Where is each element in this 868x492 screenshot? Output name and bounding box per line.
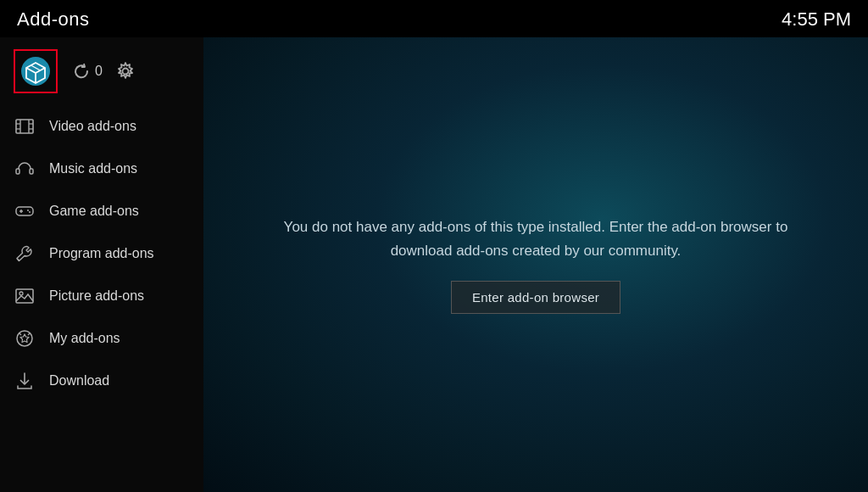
picture-icon [14,285,36,307]
sidebar-item-video-addons-label: Video add-ons [49,119,136,134]
sidebar-item-game-addons-label: Game add-ons [49,204,139,219]
refresh-button[interactable]: 0 [73,63,103,80]
sidebar-item-my-addons[interactable]: My add-ons [0,317,203,360]
header: Add-ons 4:55 PM [0,0,868,37]
addon-box-icon-wrapper[interactable] [14,49,58,93]
svg-point-17 [29,211,31,213]
svg-point-21 [17,331,32,346]
empty-state-message: You do not have any add-ons of this type… [264,215,807,261]
svg-point-20 [19,292,23,295]
headphones-icon [14,158,36,180]
refresh-count: 0 [95,64,103,79]
sidebar-nav: Video add-ons Music add-ons [0,105,203,492]
sidebar-item-download-label: Download [49,373,109,389]
settings-button[interactable] [116,62,135,81]
content-inner: You do not have any add-ons of this type… [264,215,807,313]
addon-box-icon [21,57,50,86]
my-addons-icon [14,327,36,349]
sidebar-item-music-addons-label: Music add-ons [49,161,137,176]
content-area: You do not have any add-ons of this type… [203,37,868,492]
wrench-icon [14,243,36,265]
sidebar-top-actions: 0 [73,62,135,81]
svg-rect-4 [16,120,33,133]
sidebar-item-game-addons[interactable]: Game add-ons [0,190,203,232]
sidebar-item-program-addons-label: Program add-ons [49,246,154,261]
download-icon [14,370,36,392]
sidebar-item-download[interactable]: Download [0,360,203,402]
sidebar-item-picture-addons-label: Picture add-ons [49,288,144,304]
sidebar-item-video-addons[interactable]: Video add-ons [0,105,203,148]
main-layout: 0 [0,37,868,492]
svg-line-18 [17,259,19,261]
sidebar-top: 0 [0,37,203,105]
page-title: Add-ons [17,8,89,31]
sidebar-item-music-addons[interactable]: Music add-ons [0,148,203,190]
svg-rect-12 [30,169,33,174]
gamepad-icon [14,200,36,222]
enter-addon-browser-button[interactable]: Enter add-on browser [451,281,620,314]
clock: 4:55 PM [782,8,851,31]
sidebar: 0 [0,37,203,492]
sidebar-item-my-addons-label: My add-ons [49,331,120,346]
refresh-icon [73,63,90,80]
svg-point-3 [122,69,128,75]
sidebar-item-program-addons[interactable]: Program add-ons [0,232,203,275]
sidebar-item-picture-addons[interactable]: Picture add-ons [0,275,203,317]
svg-rect-13 [16,207,33,215]
svg-rect-19 [16,289,33,303]
film-icon [14,115,36,137]
svg-rect-11 [16,169,19,174]
svg-point-16 [27,210,29,211]
gear-icon [116,62,135,81]
